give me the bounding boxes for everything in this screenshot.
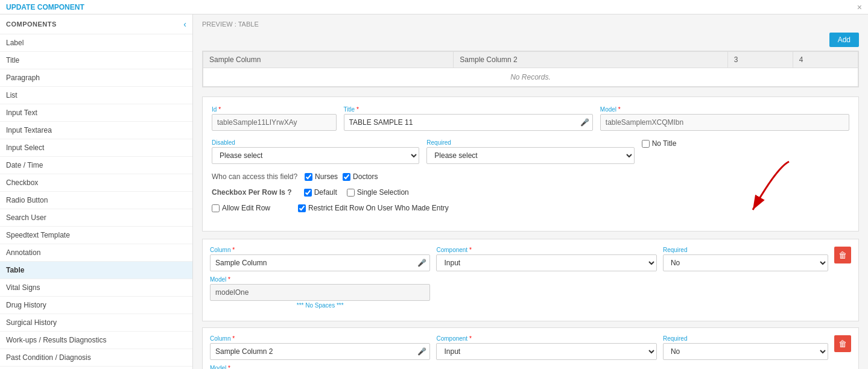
col-row-0: Column * 🎤 Component * Input [210, 247, 851, 271]
sidebar-item-list[interactable]: List [0, 87, 192, 104]
col-header-1: Sample Column [203, 52, 454, 68]
col-model-group-1: Model * *** No Spaces *** [210, 365, 430, 369]
sidebar-item-search-user[interactable]: Search User [0, 209, 192, 227]
col-header-2: Sample Column 2 [454, 52, 727, 68]
restrict-edit-checkbox[interactable] [298, 204, 306, 212]
sidebar-header: COMPONENTS ‹ [0, 14, 192, 34]
sidebar-item-label[interactable]: Label [0, 34, 192, 52]
req-select-0[interactable]: No [663, 254, 828, 271]
col-header-3: 3 [727, 52, 793, 68]
no-title-group: No Title [642, 139, 849, 150]
comp-field-group-0: Component * Input [436, 247, 656, 271]
id-field-group: Id * [212, 106, 337, 131]
restrict-edit-option[interactable]: Restrict Edit Row On User Who Made Entry [298, 204, 449, 212]
mic-icon-col-0[interactable]: 🎤 [417, 259, 426, 267]
checkbox-per-row-label: Checkbox Per Row Is ? [212, 188, 292, 197]
no-records-cell: No Records. [203, 68, 858, 87]
id-label: Id * [212, 106, 337, 113]
doctors-checkbox[interactable] [343, 173, 350, 181]
col-input-1[interactable] [210, 343, 430, 360]
delete-col-btn-0[interactable]: 🗑 [834, 247, 851, 263]
sidebar-item-surgical-history[interactable]: Surgical History [0, 314, 192, 332]
required-field-label: Required [426, 139, 634, 146]
delete-col-btn-1[interactable]: 🗑 [834, 335, 851, 352]
sidebar-item-speedtext-template[interactable]: Speedtext Template [0, 227, 192, 244]
model-input[interactable] [600, 114, 849, 131]
sidebar-item-checkbox[interactable]: Checkbox [0, 174, 192, 192]
column-section-0: Column * 🎤 Component * Input [202, 239, 859, 321]
sidebar-item-drug-history[interactable]: Drug History [0, 297, 192, 314]
req-select-1[interactable]: No [663, 343, 828, 360]
comp-select-1[interactable]: Input [436, 343, 656, 360]
access-label: Who can access this field? [212, 172, 297, 181]
nurses-checkbox[interactable] [305, 173, 312, 181]
sidebar-toggle-icon[interactable]: ‹ [183, 19, 186, 29]
header-title: UPDATE COMPONENT [6, 3, 84, 11]
sidebar-item-allergies[interactable]: Allergies [0, 367, 192, 369]
single-selection-checkbox[interactable] [347, 189, 355, 197]
col-header-4: 4 [793, 52, 858, 68]
mic-icon[interactable]: 🎤 [580, 118, 589, 127]
no-title-label[interactable]: No Title [642, 139, 677, 148]
sidebar: COMPONENTS ‹ LabelTitleParagraphListInpu… [0, 14, 193, 369]
allow-edit-option[interactable]: Allow Edit Row [212, 204, 270, 212]
add-btn-wrapper: Add [202, 33, 859, 51]
col-model-input-0[interactable] [210, 284, 430, 301]
sidebar-item-title[interactable]: Title [0, 52, 192, 69]
preview-table-wrapper: Sample Column Sample Column 2 3 4 No Rec… [202, 51, 859, 87]
sidebar-item-date---time[interactable]: Date / Time [0, 157, 192, 174]
disabled-select[interactable]: Please select [212, 147, 419, 164]
preview-table-body: No Records. [203, 68, 858, 87]
req-field-group-1: Required No [663, 335, 828, 360]
title-input[interactable] [344, 114, 593, 131]
model-field-group: Model * [600, 106, 849, 131]
no-spaces-note-0: *** No Spaces *** [210, 302, 430, 309]
sidebar-item-annotation[interactable]: Annotation [0, 244, 192, 262]
default-checkbox[interactable] [304, 189, 312, 197]
preview-table: Sample Column Sample Column 2 3 4 No Rec… [203, 51, 858, 87]
no-records-row: No Records. [203, 68, 858, 87]
close-icon[interactable]: × [857, 2, 862, 12]
default-option[interactable]: Default [304, 188, 337, 197]
id-input[interactable] [212, 114, 337, 131]
add-button[interactable]: Add [829, 33, 859, 47]
model-label: Model * [600, 106, 849, 113]
single-selection-option[interactable]: Single Selection [347, 188, 409, 197]
form-row-1: Id * Title * 🎤 [212, 106, 849, 131]
col-input-0[interactable] [210, 254, 430, 271]
sidebar-item-past-condition---diagnosis[interactable]: Past Condition / Diagnosis [0, 349, 192, 367]
col-model-row-1: Model * *** No Spaces *** [210, 365, 851, 369]
req-label-1: Required [663, 335, 828, 342]
title-input-wrapper: 🎤 [344, 114, 593, 131]
preview-table-head: Sample Column Sample Column 2 3 4 [203, 52, 858, 68]
col-label-0: Column * [210, 247, 430, 253]
nurses-checkbox-label[interactable]: Nurses [305, 172, 338, 181]
sidebar-header-label: COMPONENTS [6, 20, 57, 28]
sidebar-item-input-select[interactable]: Input Select [0, 139, 192, 157]
required-select[interactable]: Please select [426, 147, 634, 164]
checkbox-per-row-row: Checkbox Per Row Is ? Default Single Sel… [212, 188, 849, 197]
comp-select-0[interactable]: Input [436, 254, 656, 271]
disabled-field-group: Disabled Please select [212, 139, 419, 164]
doctors-checkbox-label[interactable]: Doctors [343, 172, 378, 181]
column-sections: Column * 🎤 Component * Input [202, 239, 859, 369]
mic-icon-col-1[interactable]: 🎤 [417, 347, 426, 356]
main-form-section: Id * Title * 🎤 [202, 96, 859, 232]
sidebar-item-table[interactable]: Table [0, 262, 192, 279]
disabled-label: Disabled [212, 139, 419, 146]
allow-edit-checkbox[interactable] [212, 204, 220, 212]
header: UPDATE COMPONENT × [0, 0, 868, 14]
col-field-group-0: Column * 🎤 [210, 247, 430, 271]
req-field-group-0: Required No [663, 247, 828, 271]
sidebar-item-paragraph[interactable]: Paragraph [0, 69, 192, 87]
sidebar-item-work-ups---results-diagnostics[interactable]: Work-ups / Results Diagnostics [0, 332, 192, 349]
title-field-group: Title * 🎤 [344, 106, 593, 131]
no-title-checkbox[interactable] [642, 140, 650, 148]
sidebar-item-vital-signs[interactable]: Vital Signs [0, 279, 192, 297]
main-layout: COMPONENTS ‹ LabelTitleParagraphListInpu… [0, 14, 868, 369]
col-label-1: Column * [210, 335, 430, 342]
sidebar-item-input-text[interactable]: Input Text [0, 104, 192, 122]
sidebar-item-input-textarea[interactable]: Input Textarea [0, 122, 192, 139]
sidebar-item-radio-button[interactable]: Radio Button [0, 192, 192, 209]
form-row-2: Disabled Please select Required Please s… [212, 139, 849, 164]
